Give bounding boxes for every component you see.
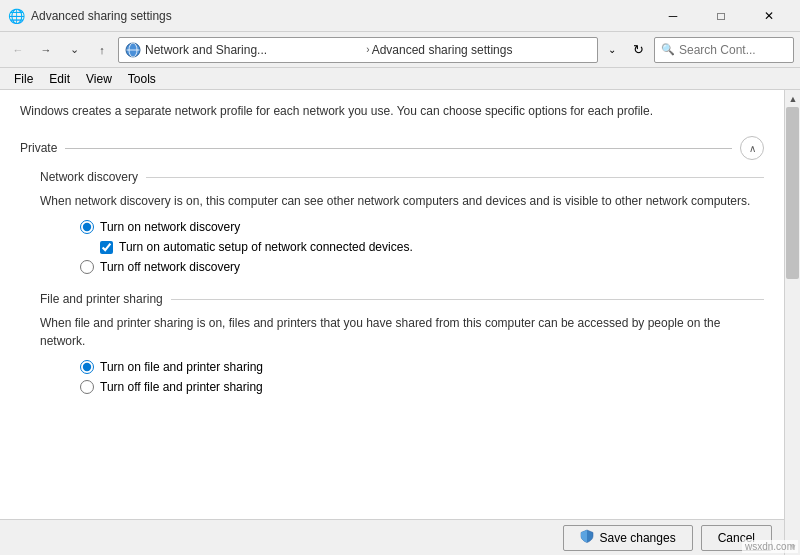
scroll-thumb[interactable] bbox=[786, 107, 799, 279]
network-discovery-radio-group: Turn on network discovery Turn on automa… bbox=[20, 220, 764, 274]
description-text: Windows creates a separate network profi… bbox=[20, 102, 764, 120]
radio-label-turn-on-file-printer: Turn on file and printer sharing bbox=[100, 360, 263, 374]
private-section: Private ∧ Network discovery When network… bbox=[20, 136, 764, 394]
save-changes-label: Save changes bbox=[600, 531, 676, 545]
section-title-private: Private bbox=[20, 141, 57, 155]
back-button[interactable]: ← bbox=[6, 38, 30, 62]
subsection-divider bbox=[146, 177, 764, 178]
scrollbar: ▲ ▼ bbox=[784, 90, 800, 555]
address-segment-page: Advanced sharing settings bbox=[372, 43, 591, 57]
network-discovery-subsection: Network discovery When network discovery… bbox=[20, 170, 764, 274]
title-bar-controls: ─ □ ✕ bbox=[650, 4, 792, 28]
radio-input-turn-off-file-printer[interactable] bbox=[80, 380, 94, 394]
radio-label-turn-on-network: Turn on network discovery bbox=[100, 220, 240, 234]
footer: Save changes Cancel bbox=[0, 519, 784, 555]
radio-label-turn-off-network: Turn off network discovery bbox=[100, 260, 240, 274]
content-area: Windows creates a separate network profi… bbox=[0, 90, 784, 555]
radio-input-turn-on-network[interactable] bbox=[80, 220, 94, 234]
save-changes-button[interactable]: Save changes bbox=[563, 525, 693, 551]
menu-tools[interactable]: Tools bbox=[120, 70, 164, 88]
network-discovery-description: When network discovery is on, this compu… bbox=[20, 192, 764, 210]
section-header-private: Private ∧ bbox=[20, 136, 764, 160]
watermark: wsxdn.com bbox=[742, 540, 798, 553]
network-icon bbox=[125, 42, 141, 58]
close-button[interactable]: ✕ bbox=[746, 4, 792, 28]
radio-turn-off-file-printer[interactable]: Turn off file and printer sharing bbox=[80, 380, 764, 394]
address-dropdown-button[interactable]: ⌄ bbox=[602, 38, 622, 62]
radio-label-turn-off-file-printer: Turn off file and printer sharing bbox=[100, 380, 263, 394]
window-title: Advanced sharing settings bbox=[31, 9, 172, 23]
section-divider bbox=[65, 148, 732, 149]
subsection-title-network-discovery: Network discovery bbox=[40, 170, 138, 184]
main-area: Windows creates a separate network profi… bbox=[0, 90, 800, 555]
radio-turn-on-file-printer[interactable]: Turn on file and printer sharing bbox=[80, 360, 764, 374]
file-printer-description: When file and printer sharing is on, fil… bbox=[20, 314, 764, 350]
refresh-button[interactable]: ↻ bbox=[626, 38, 650, 62]
checkbox-label-auto-setup: Turn on automatic setup of network conne… bbox=[119, 240, 413, 254]
checkbox-input-auto-setup[interactable] bbox=[100, 241, 113, 254]
search-input[interactable] bbox=[679, 43, 787, 57]
file-printer-subsection: File and printer sharing When file and p… bbox=[20, 292, 764, 394]
title-bar: 🌐 Advanced sharing settings ─ □ ✕ bbox=[0, 0, 800, 32]
radio-turn-off-network-discovery[interactable]: Turn off network discovery bbox=[80, 260, 764, 274]
address-separator: › bbox=[366, 44, 369, 55]
up-button[interactable]: ↑ bbox=[90, 38, 114, 62]
checkbox-auto-setup[interactable]: Turn on automatic setup of network conne… bbox=[100, 240, 764, 254]
scroll-content: Windows creates a separate network profi… bbox=[0, 90, 784, 519]
radio-input-turn-on-file-printer[interactable] bbox=[80, 360, 94, 374]
radio-input-turn-off-network[interactable] bbox=[80, 260, 94, 274]
address-bar: ← → ⌄ ↑ Network and Sharing... › Advance… bbox=[0, 32, 800, 68]
menu-edit[interactable]: Edit bbox=[41, 70, 78, 88]
search-box[interactable]: 🔍 bbox=[654, 37, 794, 63]
search-icon: 🔍 bbox=[661, 43, 675, 56]
file-printer-radio-group: Turn on file and printer sharing Turn of… bbox=[20, 360, 764, 394]
maximize-button[interactable]: □ bbox=[698, 4, 744, 28]
subsection-divider-file-printer bbox=[171, 299, 764, 300]
radio-turn-on-network-discovery[interactable]: Turn on network discovery bbox=[80, 220, 764, 234]
minimize-button[interactable]: ─ bbox=[650, 4, 696, 28]
dropdown-button[interactable]: ⌄ bbox=[62, 38, 86, 62]
app-icon: 🌐 bbox=[8, 8, 25, 24]
scroll-track[interactable] bbox=[785, 107, 800, 538]
subsection-title-file-printer: File and printer sharing bbox=[40, 292, 163, 306]
menu-bar: File Edit View Tools bbox=[0, 68, 800, 90]
address-box[interactable]: Network and Sharing... › Advanced sharin… bbox=[118, 37, 598, 63]
address-segment-network: Network and Sharing... bbox=[145, 43, 364, 57]
title-bar-left: 🌐 Advanced sharing settings bbox=[8, 8, 172, 24]
menu-file[interactable]: File bbox=[6, 70, 41, 88]
subsection-header-network-discovery: Network discovery bbox=[20, 170, 764, 184]
subsection-header-file-printer: File and printer sharing bbox=[20, 292, 764, 306]
menu-view[interactable]: View bbox=[78, 70, 120, 88]
collapse-button[interactable]: ∧ bbox=[740, 136, 764, 160]
shield-icon bbox=[580, 529, 594, 546]
scroll-up-button[interactable]: ▲ bbox=[785, 90, 800, 107]
forward-button[interactable]: → bbox=[34, 38, 58, 62]
